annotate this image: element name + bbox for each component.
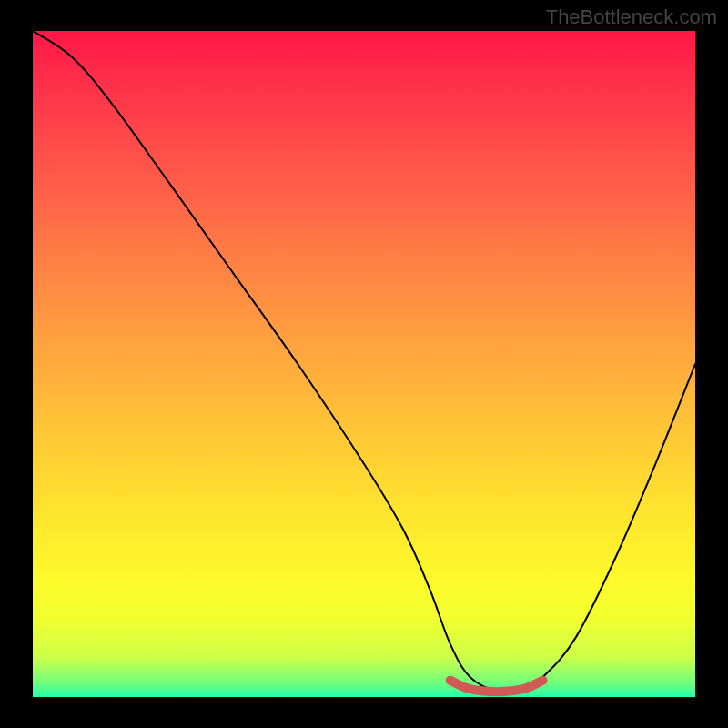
optimal-marker-line — [450, 681, 543, 692]
chart-svg — [33, 31, 695, 697]
bottleneck-curve-line — [33, 31, 695, 693]
chart-plot-area — [33, 31, 695, 697]
watermark-text: TheBottleneck.com — [546, 5, 717, 29]
